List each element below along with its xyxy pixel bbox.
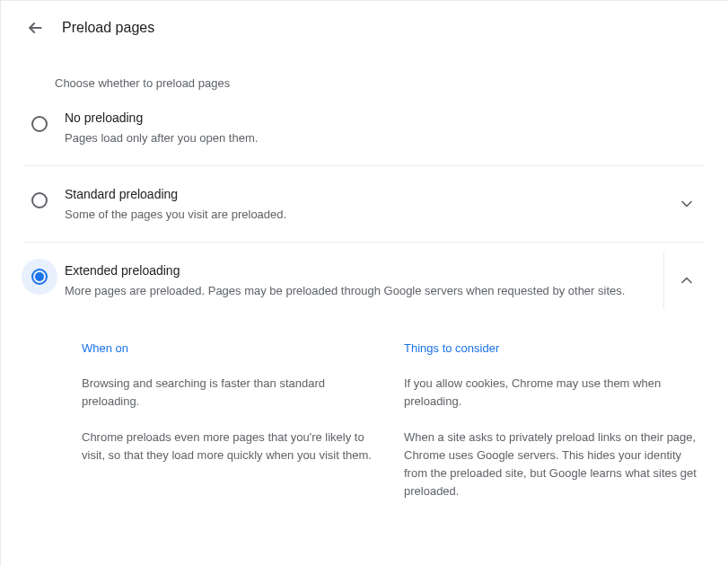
extended-details: When on Browsing and searching is faster… [1,318,728,524]
option-extended-preloading[interactable]: Extended preloading More pages are prelo… [24,243,705,318]
details-when-on: When on Browsing and searching is faster… [82,341,382,500]
option-body: Standard preloading Some of the pages yo… [65,184,705,224]
radio-standard-preloading[interactable] [31,192,48,208]
option-title: Extended preloading [65,261,669,280]
radio-wrap-no-preloading [22,106,57,142]
expand-standard-button[interactable] [676,193,697,215]
details-heading-when-on: When on [82,341,382,355]
chevron-up-icon [678,271,696,289]
option-no-preloading[interactable]: No preloading Pages load only after you … [24,90,705,166]
radio-wrap-standard [22,182,57,218]
chevron-down-icon [678,195,696,213]
details-text: When a site asks to privately preload li… [404,429,705,500]
details-text: Chrome preloads even more pages that you… [82,429,382,464]
arrow-left-icon [26,19,44,37]
option-standard-preloading[interactable]: Standard preloading Some of the pages yo… [24,166,705,243]
option-title: No preloading [65,108,669,128]
option-desc: Some of the pages you visit are preloade… [65,206,669,224]
details-heading-consider: Things to consider [404,341,705,355]
collapse-extended-button[interactable] [676,270,697,291]
option-body: No preloading Pages load only after you … [65,108,705,147]
details-things-to-consider: Things to consider If you allow cookies,… [404,341,705,500]
option-title: Standard preloading [65,184,669,204]
details-text: Browsing and searching is faster than st… [82,375,382,411]
back-button[interactable] [24,17,46,39]
radio-extended-preloading[interactable] [31,269,48,285]
radio-wrap-extended [22,259,57,295]
radio-no-preloading[interactable] [31,116,48,132]
page-title: Preload pages [62,20,154,36]
option-desc: More pages are preloaded. Pages may be p… [65,282,669,300]
details-text: If you allow cookies, Chrome may use the… [404,375,705,411]
page-subtitle: Choose whether to preload pages [1,39,728,90]
option-body: Extended preloading More pages are prelo… [65,261,705,300]
preload-options: No preloading Pages load only after you … [1,90,728,318]
option-desc: Pages load only after you open them. [65,129,669,147]
